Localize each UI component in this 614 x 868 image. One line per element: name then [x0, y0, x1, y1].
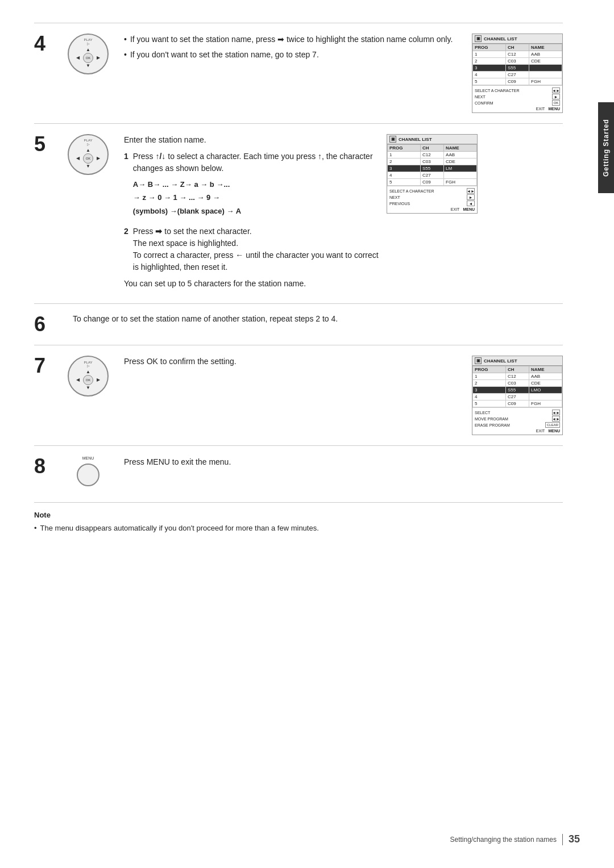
left-arrow-4[interactable]: ◀: [76, 55, 80, 60]
step-6-row: 6 To change or to set the station name o…: [34, 303, 563, 345]
menu-circle[interactable]: [77, 464, 99, 486]
channel-box-5: ▣ CHANNEL LIST PROG CH NAME 1C12AAB 2C03…: [387, 134, 478, 214]
step-6-number: 6: [34, 314, 63, 335]
right-arrow-4[interactable]: ▶: [97, 55, 100, 60]
step-5-substeps: 1 Press ↑/↓ to select a character. Each …: [124, 151, 381, 273]
step-5-note: You can set up to 5 characters for the s…: [124, 278, 381, 290]
channel-box-4-header: ▣ CHANNEL LIST: [472, 34, 562, 44]
channel-box-5-footer: SELECT A CHARACTER ◄► NEXT ► PREVIOUS ◄ …: [387, 186, 477, 213]
step-7-icon: PLAY▷ ▲ ◀ OK ▶ ▼: [63, 356, 114, 397]
remote-control-7: PLAY▷ ▲ ◀ OK ▶ ▼: [68, 356, 109, 397]
step-8-icon: MENU: [63, 456, 114, 486]
channel-box-7-footer: SELECT ◄► MOVE PROGRAM ◄► ERASE PROGRAM …: [472, 407, 562, 435]
right-arrow-5[interactable]: ▶: [97, 156, 100, 161]
channel-table-5: PROG CH NAME 1C12AAB 2C03CDE 3S55LM 4C27…: [387, 144, 477, 186]
main-content: 4 PLAY▷ ▲ ◀ OK ▶ ▼: [34, 23, 580, 534]
channel-box-5-header: ▣ CHANNEL LIST: [387, 135, 477, 144]
remote-control-5: PLAY▷ ▲ ◀ OK ▶ ▼: [68, 134, 109, 175]
channel-table-4: PROG CH NAME 1C12AAB 2C03CDE 3S55 4C27 5…: [472, 44, 562, 85]
footer-divider: [562, 834, 563, 845]
step-8-row: 8 MENU Press MENU to exit the menu.: [34, 445, 563, 496]
channel-icon-4: ▣: [475, 35, 482, 42]
up-arrow-5[interactable]: ▲: [86, 148, 90, 153]
step-4-row: 4 PLAY▷ ▲ ◀ OK ▶ ▼: [34, 23, 563, 123]
channel-box-7: ▣ CHANNEL LIST PROG CH NAME 1C12AAB 2C03…: [472, 356, 563, 435]
down-arrow-5[interactable]: ▼: [86, 164, 90, 169]
note-title: Note: [34, 511, 563, 519]
step-4-bullet-1: If you want to set the station name, pre…: [124, 34, 466, 45]
step-7-content: Press OK to confirm the setting.: [114, 356, 472, 371]
step-8-content: Press MENU to exit the menu.: [114, 456, 563, 471]
note-bullet: The menu disappears automatically if you…: [34, 523, 563, 534]
ok-btn-5[interactable]: OK: [83, 153, 93, 164]
ok-btn-4[interactable]: OK: [83, 53, 93, 63]
left-arrow-5[interactable]: ◀: [76, 156, 80, 161]
step-5-icon: PLAY▷ ▲ ◀ OK ▶ ▼: [63, 134, 114, 175]
step-4-bullet-2: If you don't want to set the station nam…: [124, 49, 466, 61]
remote-arrows-5: ▲ ◀ OK ▶ ▼: [73, 147, 103, 170]
page-footer: Setting/changing the station names 35: [450, 833, 580, 845]
char-sequence: A→ B→ ... → Z→ a → b →... → z → 0 → 1 → …: [133, 178, 381, 218]
channel-icon-5: ▣: [389, 136, 396, 143]
side-tab: Getting Started: [598, 102, 614, 193]
channel-icon-7: ▣: [475, 357, 482, 364]
step-5-sub-1: 1 Press ↑/↓ to select a character. Each …: [124, 151, 381, 221]
step-6-content: To change or to set the station name of …: [63, 314, 563, 323]
channel-box-7-header: ▣ CHANNEL LIST: [472, 356, 562, 366]
remote-control-4: PLAY▷ ▲ ◀ OK ▶ ▼: [68, 34, 109, 74]
step-7-number: 7: [34, 356, 63, 376]
remote-arrows-7: ▲ ◀ OK ▶ ▼: [73, 368, 103, 392]
channel-table-7: PROG CH NAME 1C12AAB 2C03CDE 3S55LMO 4C2…: [472, 366, 562, 407]
right-arrow-7[interactable]: ▶: [97, 377, 100, 382]
channel-box-4: ▣ CHANNEL LIST PROG CH NAME 1C12AAB 2C03…: [472, 34, 563, 113]
menu-label: MENU: [82, 456, 94, 460]
step-5-row: 5 PLAY▷ ▲ ◀ OK ▶ ▼: [34, 123, 563, 303]
left-arrow-7[interactable]: ◀: [76, 377, 80, 382]
ok-btn-7[interactable]: OK: [83, 375, 93, 385]
step-7-row: 7 PLAY▷ ▲ ◀ OK ▶ ▼: [34, 345, 563, 445]
up-arrow-7[interactable]: ▲: [86, 369, 90, 374]
step-5-number: 5: [34, 134, 63, 155]
note-section: Note The menu disappears automatically i…: [34, 502, 563, 534]
remote-arrows-4: ▲ ◀ OK ▶ ▼: [73, 46, 103, 70]
step-5-content: Enter the station name. 1 Press ↑/↓ to s…: [114, 134, 387, 293]
step-5-sub-2: 2 Press ➡ to set the next character. The…: [124, 226, 381, 273]
down-arrow-4[interactable]: ▼: [86, 63, 90, 68]
step-4-number: 4: [34, 34, 63, 54]
step-4-content: If you want to set the station name, pre…: [114, 34, 472, 64]
step-4-icon: PLAY▷ ▲ ◀ OK ▶ ▼: [63, 34, 114, 74]
down-arrow-7[interactable]: ▼: [86, 385, 90, 390]
channel-box-4-footer: SELECT A CHARACTER ◄► NEXT ► CONFIRM OK …: [472, 85, 562, 112]
step-5-intro: Enter the station name.: [124, 134, 381, 146]
page-number: 35: [569, 833, 580, 845]
step-8-number: 8: [34, 456, 63, 477]
footer-text: Setting/changing the station names: [450, 836, 557, 844]
up-arrow-4[interactable]: ▲: [86, 47, 90, 52]
